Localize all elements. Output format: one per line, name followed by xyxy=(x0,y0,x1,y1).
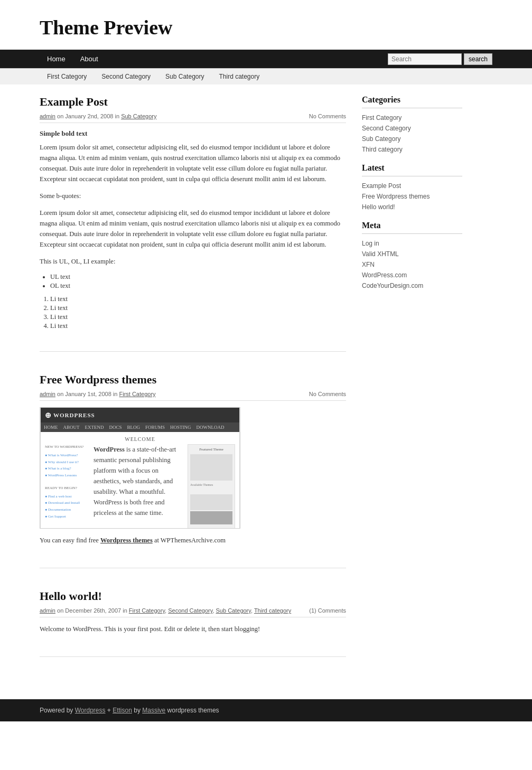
sub-nav-sub-category[interactable]: Sub Category xyxy=(158,69,211,84)
list-item: XFN xyxy=(362,260,462,269)
main-content: Example Post admin on January 2nd, 2008 … xyxy=(40,95,346,678)
post-example-author[interactable]: admin xyxy=(40,113,55,119)
post-hello-cat1[interactable]: First Category xyxy=(129,607,165,614)
wp-available: Available Themes xyxy=(190,483,232,488)
sidebar-meta-heading: Meta xyxy=(362,221,462,234)
list-item: Valid XHTML xyxy=(362,250,462,258)
post-wordpress-author[interactable]: admin xyxy=(40,391,55,397)
wp-theme-preview xyxy=(190,454,232,481)
wp-left-col: NEW TO WORDPRESS? ● What is WordPress? ●… xyxy=(45,444,90,529)
footer-mid2: by xyxy=(132,707,142,714)
nav-item-about[interactable]: About xyxy=(73,50,106,68)
nav-item-home[interactable]: Home xyxy=(40,50,73,68)
post-hello-comments[interactable]: (1) Comments xyxy=(309,607,346,614)
post-example-bquote-intro: Some b-quotes: xyxy=(40,191,346,201)
post-hello-cat3[interactable]: Sub Category xyxy=(216,607,251,614)
post-hello-date: December 26th, 2007 xyxy=(65,607,121,614)
sidebar-latest-list: Example Post Free Wordpress themes Hello… xyxy=(362,182,462,211)
post-hello-author[interactable]: admin xyxy=(40,607,55,614)
list-item: Free Wordpress themes xyxy=(362,192,462,201)
sidebar-meta-cyd[interactable]: CodeYourDesign.com xyxy=(362,282,423,289)
post-wordpress-comments[interactable]: No Comments xyxy=(309,391,346,397)
post-example-category[interactable]: Sub Category xyxy=(121,113,156,119)
post-hello-body: Welcome to WordPress. This is your first… xyxy=(40,624,346,634)
post-hello: Hello world! admin on December 26th, 200… xyxy=(40,589,346,657)
list-item: Li text xyxy=(50,295,346,303)
wordpress-screenshot-inner: ⊕ WORDPRESS HOME ABOUT EXTEND DOCS BLOG … xyxy=(40,407,240,529)
post-example-p2: Lorem ipsum dolor sit amet, consectetur … xyxy=(40,208,346,250)
sidebar-cat-third[interactable]: Third category xyxy=(362,146,403,153)
list-item: Li text xyxy=(50,304,346,312)
sidebar-meta-login[interactable]: Log in xyxy=(362,240,379,247)
footer-ettison-link[interactable]: Ettison xyxy=(113,707,132,714)
sidebar-cat-first[interactable]: First Category xyxy=(362,114,402,121)
wp-desc: WordPress is a state-of-the-art semantic… xyxy=(94,444,184,518)
footer: Powered by Wordpress + Ettison by Massiv… xyxy=(0,699,532,721)
sidebar-cat-second[interactable]: Second Category xyxy=(362,125,411,132)
wp-main: WELCOME NEW TO WORDPRESS? ● What is Word… xyxy=(45,436,235,523)
sub-nav-second-category[interactable]: Second Category xyxy=(94,69,158,84)
sub-nav-third-category[interactable]: Third category xyxy=(211,69,267,84)
list-item: Example Post xyxy=(362,182,462,190)
sidebar-latest-example[interactable]: Example Post xyxy=(362,182,401,190)
post-example-list-intro: This is UL, OL, LI example: xyxy=(40,256,346,267)
wp-nav-hosting: HOSTING xyxy=(170,425,191,430)
wp-links: ● What is WordPress? ● Why should I use … xyxy=(45,452,90,478)
list-item: Sub Category xyxy=(362,135,462,143)
post-wordpress-category[interactable]: First Category xyxy=(119,391,155,397)
post-hello-title-link[interactable]: Hello world! xyxy=(40,589,102,603)
footer-wordpress-link[interactable]: Wordpress xyxy=(75,707,106,714)
wp-sidebar-small: Featured Theme Available Themes xyxy=(188,444,235,529)
post-hello-cat4[interactable]: Third category xyxy=(254,607,291,614)
list-item: Second Category xyxy=(362,124,462,133)
search-input[interactable] xyxy=(388,53,462,65)
post-example: Example Post admin on January 2nd, 2008 … xyxy=(40,95,346,352)
content-wrapper: Example Post admin on January 2nd, 2008 … xyxy=(0,84,532,689)
wp-logo: ⊕ WORDPRESS xyxy=(45,411,95,420)
post-wordpress: Free Wordpress themes admin on January 1… xyxy=(40,373,346,568)
wp-left-text: NEW TO WORDPRESS? xyxy=(45,444,90,450)
wordpress-screenshot: ⊕ WORDPRESS HOME ABOUT EXTEND DOCS BLOG … xyxy=(40,407,240,529)
sub-nav-first-category[interactable]: First Category xyxy=(40,69,94,84)
sidebar-meta-xhtml[interactable]: Valid XHTML xyxy=(362,250,399,258)
search-form: search xyxy=(388,53,492,65)
post-example-title: Example Post xyxy=(40,95,346,109)
post-example-title-link[interactable]: Example Post xyxy=(40,95,108,108)
sidebar-meta-xfn[interactable]: XFN xyxy=(362,261,375,268)
post-example-body: Simple bold text Lorem ipsum dolor sit a… xyxy=(40,129,346,330)
wp-ready: READY TO BEGIN? xyxy=(45,485,90,491)
post-hello-meta-left: admin on December 26th, 2007 in First Ca… xyxy=(40,607,291,614)
wordpress-themes-link[interactable]: Wordpress themes xyxy=(100,537,153,544)
sidebar-categories-heading: Categories xyxy=(362,95,462,108)
post-wordpress-title-link[interactable]: Free Wordpress themes xyxy=(40,373,156,386)
site-title: Theme Preview xyxy=(0,0,532,50)
sidebar-cat-sub[interactable]: Sub Category xyxy=(362,135,400,143)
wp-nav-download: DOWNLOAD xyxy=(197,425,225,430)
post-hello-text: Welcome to WordPress. This is your first… xyxy=(40,624,346,634)
list-item: Li text xyxy=(50,313,346,321)
sidebar-latest-hello[interactable]: Hello world! xyxy=(362,203,395,211)
search-button[interactable]: search xyxy=(464,53,492,65)
wp-nav-extend: EXTEND xyxy=(85,425,104,430)
post-wordpress-meta: admin on January 1st, 2008 in First Cate… xyxy=(40,391,346,401)
nav-wrapper: Home About search xyxy=(0,50,532,68)
wp-nav-forums: FORUMS xyxy=(145,425,165,430)
post-example-comments[interactable]: No Comments xyxy=(309,113,346,119)
sidebar-latest-wp[interactable]: Free Wordpress themes xyxy=(362,193,430,200)
post-hello-cat2[interactable]: Second Category xyxy=(168,607,212,614)
post-wordpress-date: January 1st, 2008 xyxy=(65,391,111,397)
list-item: OL text xyxy=(50,282,346,290)
wp-nav-home: HOME xyxy=(44,425,58,430)
sidebar-meta-wpcom[interactable]: WordPress.com xyxy=(362,271,407,279)
wp-body: WELCOME NEW TO WORDPRESS? ● What is Word… xyxy=(41,432,239,527)
post-example-ul: UL text OL text xyxy=(50,273,346,290)
post-example-date: January 2nd, 2008 xyxy=(65,113,113,119)
wp-ready-links: ● Find a web host ● Download and Install… xyxy=(45,493,90,520)
wp-header: ⊕ WORDPRESS xyxy=(41,408,239,422)
footer-mid1: + xyxy=(106,707,113,714)
post-example-meta-left: admin on January 2nd, 2008 in Sub Catego… xyxy=(40,113,156,119)
post-example-bold-heading: Simple bold text xyxy=(40,129,346,138)
footer-massive-link[interactable]: Massive xyxy=(142,707,165,714)
list-item: First Category xyxy=(362,114,462,122)
main-nav: Home About search xyxy=(40,50,492,68)
